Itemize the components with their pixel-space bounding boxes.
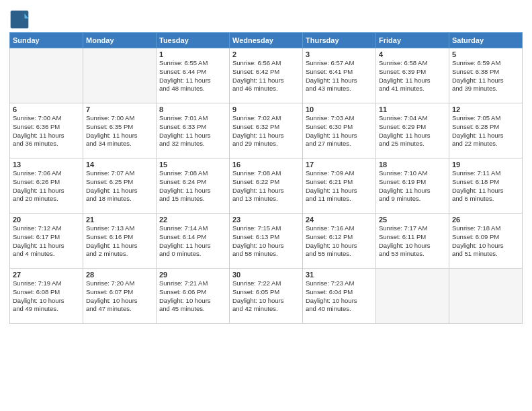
page-container: SundayMondayTuesdayWednesdayThursdayFrid…: [0, 0, 532, 328]
week-row-3: 13Sunrise: 7:06 AMSunset: 6:26 PMDayligh…: [10, 158, 523, 214]
day-number: 22: [159, 216, 226, 224]
day-cell: 21Sunrise: 7:13 AMSunset: 6:16 PMDayligh…: [83, 214, 157, 269]
day-cell: 8Sunrise: 7:01 AMSunset: 6:33 PMDaylight…: [157, 103, 230, 158]
day-cell: 29Sunrise: 7:21 AMSunset: 6:06 PMDayligh…: [157, 269, 230, 324]
col-header-monday: Monday: [83, 33, 157, 48]
day-cell: 6Sunrise: 7:00 AMSunset: 6:36 PMDaylight…: [10, 103, 83, 158]
logo: [9, 9, 31, 30]
day-cell: 3Sunrise: 6:57 AMSunset: 6:41 PMDaylight…: [303, 48, 376, 103]
day-info: Sunrise: 6:56 AMSunset: 6:42 PMDaylight:…: [232, 59, 300, 93]
col-header-friday: Friday: [376, 33, 449, 48]
day-cell: [10, 48, 83, 103]
day-cell: 20Sunrise: 7:12 AMSunset: 6:17 PMDayligh…: [10, 214, 83, 269]
col-header-thursday: Thursday: [303, 33, 376, 48]
day-info: Sunrise: 7:00 AMSunset: 6:35 PMDaylight:…: [86, 114, 153, 148]
day-cell: 10Sunrise: 7:03 AMSunset: 6:30 PMDayligh…: [303, 103, 376, 158]
day-info: Sunrise: 7:16 AMSunset: 6:12 PMDaylight:…: [306, 224, 373, 259]
col-header-wednesday: Wednesday: [230, 33, 303, 48]
day-number: 29: [159, 271, 226, 279]
day-number: 17: [306, 161, 373, 169]
day-number: 14: [86, 161, 153, 169]
day-number: 3: [306, 50, 373, 58]
day-cell: 31Sunrise: 7:23 AMSunset: 6:04 PMDayligh…: [303, 269, 376, 324]
day-info: Sunrise: 6:55 AMSunset: 6:44 PMDaylight:…: [159, 59, 226, 93]
day-number: 13: [13, 161, 80, 169]
day-cell: 22Sunrise: 7:14 AMSunset: 6:14 PMDayligh…: [157, 214, 230, 269]
day-number: 10: [306, 105, 373, 113]
day-cell: [83, 48, 157, 103]
day-cell: 11Sunrise: 7:04 AMSunset: 6:29 PMDayligh…: [376, 103, 449, 158]
week-row-4: 20Sunrise: 7:12 AMSunset: 6:17 PMDayligh…: [10, 214, 523, 269]
day-number: 7: [86, 105, 153, 113]
day-info: Sunrise: 7:17 AMSunset: 6:11 PMDaylight:…: [379, 224, 446, 259]
day-info: Sunrise: 7:18 AMSunset: 6:09 PMDaylight:…: [452, 224, 519, 259]
day-info: Sunrise: 7:12 AMSunset: 6:17 PMDaylight:…: [13, 224, 80, 259]
day-cell: 27Sunrise: 7:19 AMSunset: 6:08 PMDayligh…: [10, 269, 83, 324]
day-cell: 24Sunrise: 7:16 AMSunset: 6:12 PMDayligh…: [303, 214, 376, 269]
week-row-2: 6Sunrise: 7:00 AMSunset: 6:36 PMDaylight…: [10, 103, 523, 158]
day-cell: [449, 269, 523, 324]
day-info: Sunrise: 7:09 AMSunset: 6:21 PMDaylight:…: [306, 169, 373, 203]
day-cell: 30Sunrise: 7:22 AMSunset: 6:05 PMDayligh…: [230, 269, 303, 324]
day-info: Sunrise: 7:11 AMSunset: 6:18 PMDaylight:…: [452, 169, 519, 203]
day-number: 21: [86, 216, 153, 224]
day-info: Sunrise: 7:23 AMSunset: 6:04 PMDaylight:…: [306, 279, 373, 314]
day-cell: 18Sunrise: 7:10 AMSunset: 6:19 PMDayligh…: [376, 158, 449, 214]
day-info: Sunrise: 7:00 AMSunset: 6:36 PMDaylight:…: [13, 114, 80, 148]
day-cell: 7Sunrise: 7:00 AMSunset: 6:35 PMDaylight…: [83, 103, 157, 158]
logo-icon: [9, 9, 30, 30]
day-cell: 25Sunrise: 7:17 AMSunset: 6:11 PMDayligh…: [376, 214, 449, 269]
day-cell: 28Sunrise: 7:20 AMSunset: 6:07 PMDayligh…: [83, 269, 157, 324]
col-header-tuesday: Tuesday: [157, 33, 230, 48]
day-cell: 17Sunrise: 7:09 AMSunset: 6:21 PMDayligh…: [303, 158, 376, 214]
day-number: 23: [232, 216, 300, 224]
day-number: 15: [159, 161, 226, 169]
day-info: Sunrise: 7:14 AMSunset: 6:14 PMDaylight:…: [159, 224, 226, 259]
svg-rect-0: [11, 11, 29, 29]
day-info: Sunrise: 7:21 AMSunset: 6:06 PMDaylight:…: [159, 279, 226, 314]
day-cell: 16Sunrise: 7:08 AMSunset: 6:22 PMDayligh…: [230, 158, 303, 214]
day-number: 6: [13, 105, 80, 113]
day-info: Sunrise: 7:22 AMSunset: 6:05 PMDaylight:…: [232, 279, 300, 314]
day-info: Sunrise: 7:05 AMSunset: 6:28 PMDaylight:…: [452, 114, 519, 148]
day-number: 4: [379, 50, 446, 58]
day-info: Sunrise: 7:01 AMSunset: 6:33 PMDaylight:…: [159, 114, 226, 148]
day-number: 9: [232, 105, 300, 113]
day-number: 20: [13, 216, 80, 224]
day-cell: 23Sunrise: 7:15 AMSunset: 6:13 PMDayligh…: [230, 214, 303, 269]
day-number: 5: [452, 50, 519, 58]
day-number: 8: [159, 105, 226, 113]
day-number: 24: [306, 216, 373, 224]
day-info: Sunrise: 7:08 AMSunset: 6:24 PMDaylight:…: [159, 169, 226, 203]
day-info: Sunrise: 7:02 AMSunset: 6:32 PMDaylight:…: [232, 114, 300, 148]
calendar-table: SundayMondayTuesdayWednesdayThursdayFrid…: [9, 32, 523, 324]
header-row: SundayMondayTuesdayWednesdayThursdayFrid…: [10, 33, 523, 48]
day-info: Sunrise: 7:04 AMSunset: 6:29 PMDaylight:…: [379, 114, 446, 148]
day-cell: 13Sunrise: 7:06 AMSunset: 6:26 PMDayligh…: [10, 158, 83, 214]
day-info: Sunrise: 7:06 AMSunset: 6:26 PMDaylight:…: [13, 169, 80, 203]
week-row-1: 1Sunrise: 6:55 AMSunset: 6:44 PMDaylight…: [10, 48, 523, 103]
day-number: 18: [379, 161, 446, 169]
day-number: 19: [452, 161, 519, 169]
day-info: Sunrise: 7:20 AMSunset: 6:07 PMDaylight:…: [86, 279, 153, 314]
day-number: 28: [86, 271, 153, 279]
day-cell: 5Sunrise: 6:59 AMSunset: 6:38 PMDaylight…: [449, 48, 523, 103]
day-cell: 2Sunrise: 6:56 AMSunset: 6:42 PMDaylight…: [230, 48, 303, 103]
header: [9, 7, 523, 30]
week-row-5: 27Sunrise: 7:19 AMSunset: 6:08 PMDayligh…: [10, 269, 523, 324]
day-info: Sunrise: 7:13 AMSunset: 6:16 PMDaylight:…: [86, 224, 153, 259]
day-info: Sunrise: 7:08 AMSunset: 6:22 PMDaylight:…: [232, 169, 300, 203]
day-cell: 9Sunrise: 7:02 AMSunset: 6:32 PMDaylight…: [230, 103, 303, 158]
day-number: 25: [379, 216, 446, 224]
day-number: 30: [232, 271, 300, 279]
day-cell: 26Sunrise: 7:18 AMSunset: 6:09 PMDayligh…: [449, 214, 523, 269]
day-info: Sunrise: 7:07 AMSunset: 6:25 PMDaylight:…: [86, 169, 153, 203]
day-cell: 14Sunrise: 7:07 AMSunset: 6:25 PMDayligh…: [83, 158, 157, 214]
day-cell: [376, 269, 449, 324]
col-header-sunday: Sunday: [10, 33, 83, 48]
day-number: 12: [452, 105, 519, 113]
day-cell: 12Sunrise: 7:05 AMSunset: 6:28 PMDayligh…: [449, 103, 523, 158]
day-info: Sunrise: 6:58 AMSunset: 6:39 PMDaylight:…: [379, 59, 446, 93]
day-number: 16: [232, 161, 300, 169]
day-number: 26: [452, 216, 519, 224]
